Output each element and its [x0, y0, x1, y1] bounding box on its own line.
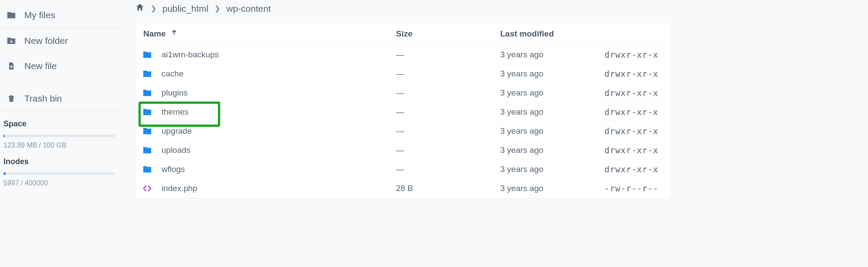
- folder-icon: [142, 165, 153, 174]
- column-size[interactable]: Size: [396, 29, 500, 39]
- column-modified[interactable]: Last modified: [500, 29, 604, 39]
- table-row[interactable]: uploads—3 years agodrwxr-xr-x: [135, 141, 671, 160]
- space-usage: 123.89 MB / 100 GB: [3, 142, 115, 149]
- sidebar-item-new-folder[interactable]: New folder: [0, 28, 119, 53]
- inodes-progress: [3, 172, 115, 175]
- chevron-right-icon: ❯: [215, 4, 220, 13]
- column-name-label: Name: [143, 29, 166, 39]
- table-row[interactable]: upgrade—3 years agodrwxr-xr-x: [135, 122, 671, 141]
- file-modified: 3 years ago: [500, 126, 604, 136]
- file-size: —: [396, 50, 500, 59]
- sidebar-item-trash[interactable]: Trash bin: [0, 86, 119, 111]
- file-permissions: drwxr-xr-x: [604, 126, 671, 136]
- sidebar-item-label: My files: [24, 10, 55, 20]
- code-icon: [142, 184, 153, 193]
- file-table: Name Size Last modified ai1wm-backups—3 …: [135, 22, 671, 198]
- inodes-usage: 5997 / 400000: [3, 179, 115, 187]
- file-size: —: [396, 126, 500, 136]
- sort-asc-icon: [170, 29, 178, 39]
- breadcrumb-item[interactable]: public_html: [162, 3, 208, 14]
- file-size: —: [396, 145, 500, 155]
- sidebar-item-new-file[interactable]: New file: [0, 53, 119, 78]
- file-size: —: [396, 88, 500, 98]
- folder-icon: [142, 107, 153, 117]
- table-row[interactable]: ai1wm-backups—3 years agodrwxr-xr-x: [135, 45, 671, 64]
- folder-icon: [142, 88, 153, 98]
- sidebar-item-label: Trash bin: [24, 93, 62, 104]
- file-name: ai1wm-backups: [162, 50, 219, 59]
- breadcrumb: ❯ public_html ❯ wp-content: [135, 3, 868, 14]
- file-name: uploads: [162, 145, 191, 155]
- main-pane: ❯ public_html ❯ wp-content Name Size Las…: [119, 0, 868, 267]
- new-file-icon: [6, 61, 17, 71]
- table-header: Name Size Last modified: [135, 23, 671, 45]
- folder-icon: [142, 126, 153, 136]
- table-row[interactable]: themes—3 years agodrwxr-xr-x: [135, 102, 671, 122]
- space-title: Space: [3, 119, 115, 129]
- table-row[interactable]: plugins—3 years agodrwxr-xr-x: [135, 83, 671, 102]
- file-modified: 3 years ago: [500, 107, 604, 117]
- folder-icon: [142, 69, 153, 79]
- file-permissions: drwxr-xr-x: [604, 107, 671, 117]
- storage-space: Space 123.89 MB / 100 GB Inodes 5997 / 4…: [0, 111, 119, 187]
- file-permissions: drwxr-xr-x: [604, 69, 671, 79]
- breadcrumb-home[interactable]: [135, 3, 145, 14]
- file-size: —: [396, 165, 500, 174]
- file-modified: 3 years ago: [500, 50, 604, 59]
- trash-icon: [6, 93, 17, 104]
- file-permissions: drwxr-xr-x: [604, 165, 671, 174]
- column-name[interactable]: Name: [135, 29, 396, 39]
- file-name: wflogs: [162, 165, 185, 174]
- file-name: plugins: [162, 88, 188, 98]
- table-row[interactable]: wflogs—3 years agodrwxr-xr-x: [135, 160, 671, 179]
- breadcrumb-item[interactable]: wp-content: [226, 3, 271, 14]
- file-modified: 3 years ago: [500, 184, 604, 193]
- table-row[interactable]: index.php28 B3 years ago-rw-r--r--: [135, 179, 671, 198]
- file-name: index.php: [162, 184, 197, 193]
- sidebar-nav: My files New folder New file Trash b: [0, 3, 119, 111]
- inodes-title: Inodes: [3, 157, 115, 166]
- sidebar-item-label: New file: [24, 61, 57, 71]
- file-modified: 3 years ago: [500, 145, 604, 155]
- file-name: themes: [162, 107, 188, 117]
- file-size: —: [396, 107, 500, 117]
- file-permissions: drwxr-xr-x: [604, 145, 671, 155]
- space-progress: [3, 135, 115, 137]
- file-permissions: -rw-r--r--: [604, 184, 671, 193]
- folder-icon: [142, 145, 153, 155]
- table-row[interactable]: cache—3 years agodrwxr-xr-x: [135, 64, 671, 83]
- sidebar: My files New folder New file Trash b: [0, 0, 119, 267]
- file-modified: 3 years ago: [500, 88, 604, 98]
- sidebar-item-my-files[interactable]: My files: [0, 3, 119, 28]
- file-modified: 3 years ago: [500, 165, 604, 174]
- sidebar-item-label: New folder: [24, 36, 68, 46]
- chevron-right-icon: ❯: [151, 4, 156, 13]
- new-folder-icon: [6, 36, 17, 46]
- folder-icon: [142, 50, 153, 59]
- folder-icon: [6, 10, 17, 20]
- file-modified: 3 years ago: [500, 69, 604, 79]
- file-size: —: [396, 69, 500, 79]
- file-name: cache: [162, 69, 184, 79]
- file-permissions: drwxr-xr-x: [604, 88, 671, 98]
- home-icon: [135, 3, 145, 12]
- file-size: 28 B: [396, 184, 500, 193]
- file-permissions: drwxr-xr-x: [604, 50, 671, 59]
- file-name: upgrade: [162, 126, 192, 136]
